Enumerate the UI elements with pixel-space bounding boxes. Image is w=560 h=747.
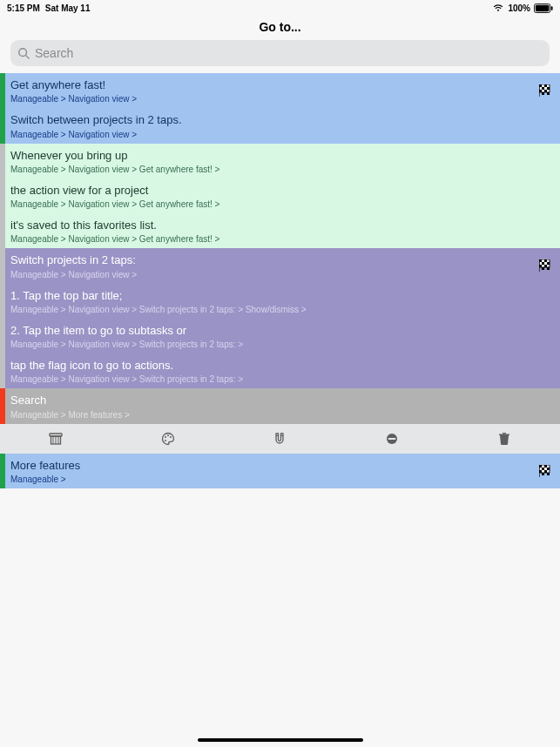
svg-rect-22 xyxy=(544,265,547,267)
list-item-title: Switch between projects in 2 taps. xyxy=(10,113,536,127)
checkered-flag-icon[interactable] xyxy=(539,259,551,272)
search-input[interactable] xyxy=(35,46,543,60)
list-item-body: 2. Tap the item to go to subtasks orMana… xyxy=(5,319,560,353)
list-item-title: it's saved to this favorites list. xyxy=(10,219,536,232)
svg-rect-20 xyxy=(547,262,550,265)
checkered-flag-icon[interactable] xyxy=(539,465,551,477)
list-item[interactable]: Switch projects in 2 taps:Manageable > N… xyxy=(0,248,560,283)
list-item-body: Switch between projects in 2 taps.Manage… xyxy=(5,108,560,143)
list-item[interactable]: 1. Tap the top bar title;Manageable > Na… xyxy=(0,284,560,319)
list-item-breadcrumb: Manageable > Navigation view > Get anywh… xyxy=(10,199,536,210)
list-item[interactable]: it's saved to this favorites list.Manage… xyxy=(0,213,560,248)
list-item[interactable]: Get anywhere fast!Manageable > Navigatio… xyxy=(0,73,560,108)
svg-rect-11 xyxy=(544,90,547,92)
svg-rect-9 xyxy=(547,87,550,90)
list-item-breadcrumb: Manageable > Navigation view > Switch pr… xyxy=(10,374,536,385)
svg-rect-24 xyxy=(547,267,550,270)
archive-button[interactable] xyxy=(38,424,73,454)
battery-icon xyxy=(534,3,553,13)
home-indicator xyxy=(198,738,363,742)
svg-point-34 xyxy=(170,436,172,438)
list-item[interactable]: Whenever you bring upManageable > Naviga… xyxy=(0,144,560,178)
svg-line-4 xyxy=(26,56,30,59)
list-item-body: the action view for a projectManageable … xyxy=(5,178,560,213)
list-item-breadcrumb: Manageable > Navigation view > Get anywh… xyxy=(10,165,536,175)
list-item-title: Search xyxy=(10,394,536,407)
svg-point-32 xyxy=(165,436,166,438)
svg-rect-2 xyxy=(551,6,553,10)
list-item-body: Whenever you bring upManageable > Naviga… xyxy=(5,144,560,178)
svg-rect-7 xyxy=(544,84,547,87)
status-battery-pct: 100% xyxy=(508,3,530,13)
status-time: 5:15 PM xyxy=(7,3,40,13)
trash-button[interactable] xyxy=(487,424,522,454)
list-item[interactable]: SearchManageable > More features > xyxy=(0,388,560,423)
list-item-title: More features xyxy=(10,459,536,473)
list-item[interactable]: More featuresManageable > xyxy=(0,454,560,488)
search-field[interactable] xyxy=(10,40,550,66)
svg-rect-12 xyxy=(542,92,544,95)
list-item-body: More featuresManageable > xyxy=(5,454,560,488)
svg-rect-13 xyxy=(547,92,550,95)
list-item-breadcrumb: Manageable > Navigation view > Switch pr… xyxy=(10,305,536,315)
list-item-body: it's saved to this favorites list.Manage… xyxy=(5,213,560,248)
page-title: Go to... xyxy=(0,16,560,38)
list-item-breadcrumb: Manageable > Navigation view > xyxy=(10,270,536,280)
svg-rect-18 xyxy=(544,259,547,262)
svg-rect-1 xyxy=(536,4,550,10)
svg-rect-46 xyxy=(547,468,550,470)
list-item-body: 1. Tap the top bar title;Manageable > Na… xyxy=(5,284,560,319)
list-item-body: SearchManageable > More features > xyxy=(5,388,560,423)
list-item-title: Whenever you bring up xyxy=(10,149,536,163)
list-item-title: Get anywhere fast! xyxy=(10,78,536,92)
list-item-title: 1. Tap the top bar title; xyxy=(10,289,536,303)
list-item[interactable]: tap the flag icon to go to actions.Manag… xyxy=(0,353,560,388)
search-container xyxy=(0,38,560,73)
list-item-breadcrumb: Manageable > xyxy=(10,474,536,485)
svg-rect-48 xyxy=(544,470,547,473)
list-item-body: Switch projects in 2 taps:Manageable > N… xyxy=(5,248,560,283)
list-item-breadcrumb: Manageable > Navigation view > xyxy=(10,94,536,104)
list-item[interactable]: 2. Tap the item to go to subtasks orMana… xyxy=(0,319,560,353)
list-item-breadcrumb: Manageable > More features > xyxy=(10,410,536,421)
favorites-list: Get anywhere fast!Manageable > Navigatio… xyxy=(0,73,560,424)
page-title-text: Go to... xyxy=(259,20,300,34)
list-item-breadcrumb: Manageable > Navigation view > Switch pr… xyxy=(10,340,536,350)
status-bar: 5:15 PM Sat May 11 100% xyxy=(0,0,560,16)
svg-rect-23 xyxy=(542,267,544,270)
search-icon xyxy=(17,47,30,59)
list-item[interactable]: the action view for a projectManageable … xyxy=(0,178,560,213)
svg-rect-41 xyxy=(503,433,506,434)
magnet-button[interactable] xyxy=(262,424,297,454)
svg-rect-50 xyxy=(547,473,550,475)
status-date: Sat May 11 xyxy=(45,3,91,13)
list-item-breadcrumb: Manageable > Navigation view > xyxy=(10,130,536,140)
action-toolbar xyxy=(0,424,560,454)
svg-point-33 xyxy=(167,434,169,436)
svg-point-35 xyxy=(165,440,166,441)
list-item-breadcrumb: Manageable > Navigation view > Get anywh… xyxy=(10,234,536,245)
svg-rect-19 xyxy=(542,262,544,265)
checkered-flag-icon[interactable] xyxy=(539,84,551,97)
more-list: More featuresManageable > xyxy=(0,454,560,488)
list-item[interactable]: Switch between projects in 2 taps.Manage… xyxy=(0,108,560,143)
list-item-title: Switch projects in 2 taps: xyxy=(10,253,536,267)
svg-rect-45 xyxy=(542,468,544,470)
list-item-body: Get anywhere fast!Manageable > Navigatio… xyxy=(5,73,560,108)
palette-button[interactable] xyxy=(151,424,186,454)
wifi-icon xyxy=(492,3,504,12)
svg-rect-8 xyxy=(542,87,544,90)
svg-rect-49 xyxy=(542,473,544,475)
list-item-title: tap the flag icon to go to actions. xyxy=(10,359,536,373)
svg-rect-40 xyxy=(499,434,509,435)
list-item-body: tap the flag icon to go to actions.Manag… xyxy=(5,353,560,388)
remove-button[interactable] xyxy=(374,424,409,454)
svg-rect-44 xyxy=(544,465,547,468)
list-item-title: 2. Tap the item to go to subtasks or xyxy=(10,324,536,338)
list-item-title: the action view for a project xyxy=(10,184,536,198)
